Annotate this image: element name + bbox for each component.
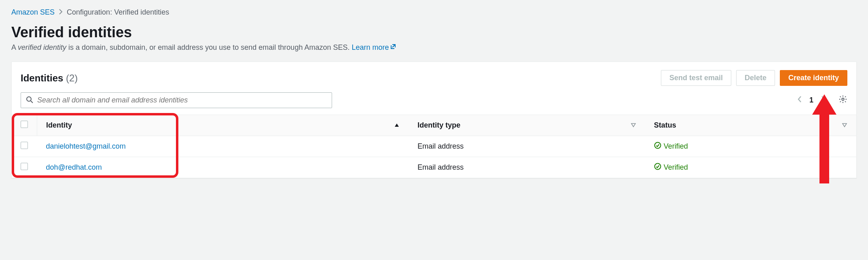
identities-panel: Identities (2) Send test email Delete Cr… bbox=[11, 62, 857, 178]
identity-cell[interactable]: doh@redhat.com bbox=[37, 157, 409, 178]
table-row: doh@redhat.com Email address Verified bbox=[12, 157, 856, 178]
pagination: 1 bbox=[796, 94, 847, 107]
identity-type-cell: Email address bbox=[409, 157, 645, 178]
check-circle-icon bbox=[654, 142, 661, 151]
svg-point-2 bbox=[842, 98, 844, 100]
status-cell: Verified bbox=[645, 136, 856, 157]
identity-type-cell: Email address bbox=[409, 136, 645, 157]
status-cell: Verified bbox=[645, 157, 856, 178]
filter-icon bbox=[842, 121, 847, 130]
select-all-checkbox[interactable] bbox=[21, 121, 28, 128]
page-title: Verified identities bbox=[11, 24, 857, 41]
identity-cell[interactable]: danielohtest@gmail.com bbox=[37, 136, 409, 157]
filter-icon bbox=[631, 121, 636, 130]
column-identity-type[interactable]: Identity type bbox=[409, 115, 645, 136]
next-page-button[interactable] bbox=[819, 94, 827, 107]
send-test-email-button[interactable]: Send test email bbox=[661, 70, 731, 86]
table-row: danielohtest@gmail.com Email address Ver… bbox=[12, 136, 856, 157]
breadcrumb-root[interactable]: Amazon SES bbox=[11, 8, 55, 17]
page-subtitle: A verified identity is a domain, subdoma… bbox=[11, 43, 857, 52]
panel-title: Identities (2) bbox=[21, 72, 78, 84]
page-number: 1 bbox=[809, 96, 813, 104]
delete-button[interactable]: Delete bbox=[736, 70, 775, 86]
sort-asc-icon bbox=[394, 121, 400, 130]
search-box[interactable] bbox=[21, 92, 332, 108]
svg-point-3 bbox=[654, 143, 661, 149]
breadcrumb: Amazon SES Configuration: Verified ident… bbox=[11, 8, 857, 17]
row-checkbox[interactable] bbox=[21, 142, 28, 149]
column-status[interactable]: Status bbox=[645, 115, 856, 136]
external-link-icon bbox=[390, 43, 396, 51]
column-identity[interactable]: Identity bbox=[37, 115, 409, 136]
select-all-header bbox=[12, 115, 37, 136]
svg-line-1 bbox=[31, 101, 33, 103]
svg-point-0 bbox=[27, 97, 31, 101]
learn-more-link[interactable]: Learn more bbox=[351, 43, 396, 51]
chevron-right-icon bbox=[59, 8, 63, 17]
svg-point-4 bbox=[654, 164, 661, 170]
row-checkbox[interactable] bbox=[21, 163, 28, 170]
create-identity-button[interactable]: Create identity bbox=[780, 70, 847, 86]
settings-button[interactable] bbox=[838, 95, 847, 106]
prev-page-button[interactable] bbox=[796, 94, 804, 107]
search-input[interactable] bbox=[37, 96, 327, 104]
breadcrumb-current: Configuration: Verified identities bbox=[67, 8, 169, 17]
check-circle-icon bbox=[654, 163, 661, 172]
identities-table: Identity Identity type Sta bbox=[12, 115, 856, 178]
search-icon bbox=[26, 96, 33, 104]
